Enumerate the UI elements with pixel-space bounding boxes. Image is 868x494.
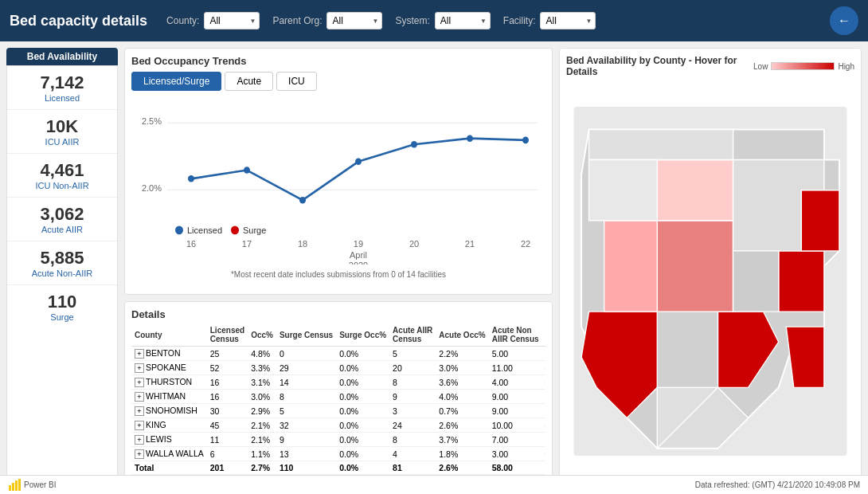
acute-non-aiir-value: 5,885	[14, 248, 111, 269]
svg-rect-28	[18, 479, 21, 491]
legend-bar	[771, 62, 835, 70]
left-panel: Bed Availability 7,142 Licensed 10K ICU …	[6, 48, 118, 488]
tab-acute[interactable]: Acute	[225, 72, 273, 91]
system-select-wrapper: All	[435, 12, 491, 29]
powerbi-icon	[8, 479, 21, 492]
system-select[interactable]: All	[435, 12, 491, 29]
system-filter-group: System: All	[395, 12, 490, 29]
parent-org-filter-group: Parent Org: All	[272, 12, 382, 29]
stat-surge: 110 Surge	[7, 285, 117, 328]
stat-acute-aiir: 3,062 Acute AIIR	[7, 198, 117, 241]
county-cell: +SPOKANE	[131, 361, 207, 375]
details-title: Details	[131, 308, 545, 320]
map-svg	[566, 82, 854, 480]
county-cell: Total	[131, 461, 207, 475]
expand-icon[interactable]: +	[135, 378, 144, 387]
powerbi-logo: Power BI	[8, 479, 57, 492]
svg-rect-25	[9, 485, 11, 491]
parent-org-select[interactable]: All	[326, 12, 382, 29]
svg-point-14	[244, 167, 250, 174]
svg-text:16: 16	[186, 239, 196, 249]
county-cell: +WHITMAN	[131, 390, 207, 404]
licensed-value: 7,142	[14, 73, 111, 93]
svg-point-20	[175, 226, 183, 235]
table-row: +SNOHOMISH302.9%50.0%30.7%9.001.1%90.6%5…	[131, 404, 545, 418]
svg-point-13	[188, 175, 194, 182]
county-cell: +THURSTON	[131, 375, 207, 390]
svg-text:22: 22	[521, 239, 530, 249]
icu-non-aiir-value: 4,461	[14, 160, 111, 181]
acute-non-aiir-label: Acute Non-AIIR	[14, 269, 111, 278]
svg-point-19	[522, 137, 529, 144]
county-cell: +WALLA WALLA	[131, 447, 207, 461]
tab-icu[interactable]: ICU	[276, 72, 317, 91]
col-aocc: Acute Occ%	[436, 323, 488, 347]
header: Bed capacity details County: All Parent …	[0, 0, 868, 41]
table-row: +THURSTON163.1%140.0%83.6%4.000.9%60.8%3…	[131, 375, 545, 390]
svg-text:Licensed: Licensed	[187, 225, 222, 235]
parent-org-select-wrapper: All	[326, 12, 382, 29]
icu-aiir-value: 10K	[14, 116, 111, 137]
svg-text:21: 21	[465, 239, 475, 249]
page-title: Bed capacity details	[10, 13, 147, 29]
table-row: +KING452.1%320.0%242.6%10.000.6%210.7%20…	[131, 418, 545, 433]
expand-icon[interactable]: +	[135, 449, 144, 459]
facility-select[interactable]: All	[540, 12, 596, 29]
expand-icon[interactable]: +	[135, 421, 144, 430]
county-cell: +KING	[131, 418, 207, 433]
col-lc: LicensedCensus	[207, 323, 248, 347]
svg-text:20: 20	[409, 239, 419, 249]
map-title: Bed Availability by County - Hover for D…	[566, 55, 753, 77]
col-anocc: Acute Non-AIIR Occ%	[542, 323, 545, 347]
svg-text:2020: 2020	[349, 261, 368, 265]
svg-point-15	[299, 197, 306, 204]
stat-icu-non-aiir: 4,461 ICU Non-AIIR	[7, 154, 117, 198]
svg-text:Surge: Surge	[243, 225, 266, 235]
county-cell: +SNOHOMISH	[131, 404, 207, 418]
expand-icon[interactable]: +	[135, 363, 144, 373]
svg-point-16	[355, 158, 362, 165]
details-table: County LicensedCensus Occ% Surge Census …	[131, 323, 545, 475]
col-county: County	[131, 323, 207, 347]
svg-text:2.0%: 2.0%	[142, 183, 162, 193]
tab-licensed-surge[interactable]: Licensed/Surge	[131, 72, 221, 91]
chart-title: Bed Occupancy Trends	[131, 55, 545, 67]
licensed-label: Licensed	[14, 93, 111, 103]
expand-icon[interactable]: +	[135, 349, 144, 359]
table-row: +WHITMAN163.0%80.0%94.0%9.002.1%91.2%700…	[131, 390, 545, 404]
stats-container: 7,142 Licensed 10K ICU AIIR 4,461 ICU No…	[6, 65, 118, 488]
expand-icon[interactable]: +	[135, 406, 144, 416]
main-content: Bed Availability 7,142 Licensed 10K ICU …	[0, 41, 868, 494]
table-row: +WALLA WALLA61.1%130.0%41.8%3.000.7%71.0…	[131, 447, 545, 461]
right-panel: Bed Availability by County - Hover for D…	[559, 48, 862, 488]
refresh-label: Data refreshed: (GMT) 4/21/2020 10:49:08…	[695, 480, 860, 489]
stat-acute-non-aiir: 5,885 Acute Non-AIIR	[7, 241, 117, 285]
chart-tabs: Licensed/Surge Acute ICU	[131, 72, 545, 91]
availability-header: Bed Availability	[6, 48, 118, 65]
svg-text:2.5%: 2.5%	[142, 116, 162, 126]
legend-high-label: High	[838, 62, 854, 71]
expand-icon[interactable]: +	[135, 392, 144, 402]
facility-label: Facility:	[503, 15, 536, 26]
col-anc: Acute NonAIIR Census	[489, 323, 542, 347]
svg-rect-26	[12, 483, 14, 491]
legend-low-label: Low	[753, 62, 768, 71]
col-socc: Surge Occ%	[336, 323, 389, 347]
icu-non-aiir-label: ICU Non-AIIR	[14, 181, 111, 190]
col-sc: Surge Census	[276, 323, 336, 347]
svg-text:April: April	[350, 250, 367, 260]
stat-icu-aiir: 10K ICU AIIR	[7, 110, 117, 154]
county-cell: +LEWIS	[131, 433, 207, 447]
chart-note: *Most recent date includes submissions f…	[131, 270, 545, 279]
col-aac: Acute AIIRCensus	[389, 323, 436, 347]
table-row: +SPOKANE523.3%290.0%203.0%11.000.9%281.3…	[131, 361, 545, 375]
footer: Power BI Data refreshed: (GMT) 4/21/2020…	[0, 475, 868, 494]
back-button[interactable]: ←	[830, 6, 858, 35]
expand-icon[interactable]: +	[135, 435, 144, 445]
county-select[interactable]: All	[204, 12, 260, 29]
surge-label: Surge	[14, 312, 111, 322]
county-filter-group: County: All	[166, 12, 260, 29]
table-row: +LEWIS112.1%90.0%83.7%7.001.7%131.8%400.…	[131, 433, 545, 447]
table-row: +BENTON254.8%00.0%52.2%5.001.2%152.1%100…	[131, 347, 545, 361]
table-row: Total2012.7%1100.0%812.6%58.001.0%1081.1…	[131, 461, 545, 475]
